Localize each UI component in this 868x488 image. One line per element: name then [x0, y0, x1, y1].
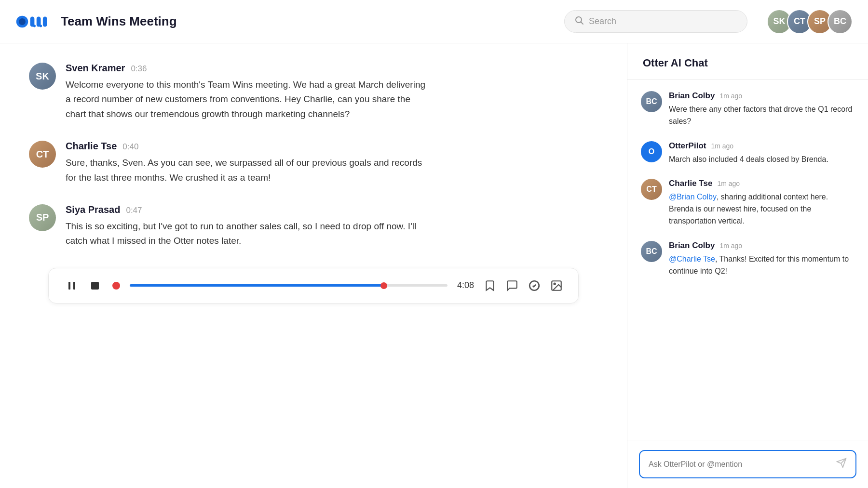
speaker-time: 0:40 [122, 142, 138, 152]
speaker-time: 0:47 [126, 206, 142, 215]
chat-content: Brian Colby 1m ago Were there any other … [669, 91, 854, 128]
transcript-text: Sure, thanks, Sven. As you can see, we s… [66, 156, 432, 185]
chat-time: 1m ago [719, 242, 742, 250]
chat-avatar: BC [641, 241, 662, 262]
chat-meta: Charlie Tse 1m ago [669, 179, 854, 188]
search-bar[interactable]: Search [564, 10, 747, 33]
speaker-content: Siya Prasad 0:47 This is so exciting, bu… [66, 204, 432, 249]
speaker-content: Charlie Tse 0:40 Sure, thanks, Sven. As … [66, 141, 432, 185]
search-placeholder: Search [589, 16, 616, 26]
speaker-avatar: SK [29, 63, 56, 90]
chat-avatar: O [641, 141, 662, 162]
ai-chat-header: Otter AI Chat [627, 43, 868, 79]
svg-point-6 [40, 25, 42, 27]
chat-time: 1m ago [719, 92, 742, 100]
chat-avatar: CT [641, 179, 662, 200]
svg-point-1 [19, 18, 26, 25]
speaker-content: Sven Kramer 0:36 Welcome everyone to thi… [66, 63, 432, 121]
transcript-text: This is so exciting, but I've got to run… [66, 219, 432, 249]
transcript-text: Welcome everyone to this month's Team Wi… [66, 78, 432, 121]
pause-button[interactable] [64, 278, 80, 293]
chat-text: March also included 4 deals closed by Br… [669, 154, 828, 166]
chat-name: Brian Colby [669, 91, 715, 101]
svg-rect-11 [91, 282, 99, 290]
svg-rect-4 [43, 16, 47, 26]
header: Team Wins Meeting Search SK CT SP BC [0, 0, 868, 43]
chat-input-area [627, 440, 868, 488]
chat-message: O OtterPilot 1m ago March also included … [641, 141, 854, 166]
record-indicator [112, 282, 120, 290]
player-actions [484, 279, 563, 292]
mention: @Brian Colby [669, 193, 717, 201]
ai-chat-title: Otter AI Chat [643, 57, 853, 69]
meeting-title: Team Wins Meeting [61, 14, 177, 29]
svg-line-8 [581, 22, 583, 25]
svg-rect-9 [68, 282, 70, 290]
chat-messages: BC Brian Colby 1m ago Were there any oth… [627, 79, 868, 440]
player-controls [64, 278, 103, 293]
chat-input[interactable] [649, 460, 831, 469]
transcript-container: SK Sven Kramer 0:36 Welcome everyone to … [29, 63, 598, 249]
chat-content: Charlie Tse 1m ago @Brian Colby, sharing… [669, 179, 854, 227]
comment-button[interactable] [506, 279, 518, 292]
speaker-avatar: CT [29, 141, 56, 168]
speaker-name: Siya Prasad [66, 204, 120, 215]
speaker-header: Siya Prasad 0:47 [66, 204, 432, 215]
chat-name: Brian Colby [669, 241, 715, 251]
chat-name: OtterPilot [669, 141, 706, 151]
chat-content: Brian Colby 1m ago @Charlie Tse, Thanks!… [669, 241, 854, 277]
transcript-entry: SP Siya Prasad 0:47 This is so exciting,… [29, 204, 598, 249]
speaker-name: Charlie Tse [66, 141, 117, 152]
chat-name: Charlie Tse [669, 179, 712, 188]
progress-thumb [380, 282, 387, 289]
chat-time: 1m ago [717, 180, 740, 187]
svg-point-5 [33, 25, 36, 27]
time-display: 4:08 [457, 280, 474, 290]
speaker-header: Sven Kramer 0:36 [66, 63, 432, 74]
player-bar: 4:08 [48, 268, 579, 303]
stop-button[interactable] [87, 278, 103, 293]
transcript-entry: SK Sven Kramer 0:36 Welcome everyone to … [29, 63, 598, 121]
search-icon [574, 15, 584, 27]
logo [15, 12, 49, 31]
progress-container[interactable] [130, 284, 448, 287]
chat-meta: Brian Colby 1m ago [669, 91, 854, 101]
chat-message: BC Brian Colby 1m ago @Charlie Tse, Than… [641, 241, 854, 277]
chat-content: OtterPilot 1m ago March also included 4 … [669, 141, 828, 166]
svg-rect-10 [73, 282, 75, 290]
main-content: SK Sven Kramer 0:36 Welcome everyone to … [0, 43, 868, 488]
chat-meta: Brian Colby 1m ago [669, 241, 854, 251]
progress-fill [130, 284, 384, 287]
send-button[interactable] [836, 458, 847, 471]
chat-time: 1m ago [711, 142, 733, 150]
chat-text: @Charlie Tse, Thanks! Excited for this m… [669, 253, 854, 277]
avatar[interactable]: BC [827, 9, 853, 34]
avatar-group: SK CT SP BC [767, 9, 853, 34]
mention: @Charlie Tse [669, 255, 715, 263]
progress-track[interactable] [130, 284, 448, 287]
check-button[interactable] [528, 279, 541, 292]
chat-text: Were there any other factors that drove … [669, 104, 854, 128]
speaker-header: Charlie Tse 0:40 [66, 141, 432, 152]
chat-message: CT Charlie Tse 1m ago @Brian Colby, shar… [641, 179, 854, 227]
chat-text: @Brian Colby, sharing additional context… [669, 191, 854, 227]
chat-meta: OtterPilot 1m ago [669, 141, 828, 151]
bookmark-button[interactable] [484, 279, 496, 292]
chat-avatar: BC [641, 91, 662, 112]
transcript-entry: CT Charlie Tse 0:40 Sure, thanks, Sven. … [29, 141, 598, 185]
ai-chat-panel: Otter AI Chat BC Brian Colby 1m ago Were… [627, 43, 868, 488]
chat-message: BC Brian Colby 1m ago Were there any oth… [641, 91, 854, 128]
transcript-panel: SK Sven Kramer 0:36 Welcome everyone to … [0, 43, 627, 488]
speaker-avatar: SP [29, 204, 56, 231]
speaker-time: 0:36 [131, 64, 147, 74]
chat-input-box[interactable] [639, 450, 856, 478]
svg-point-14 [554, 283, 556, 284]
image-button[interactable] [550, 279, 563, 292]
speaker-name: Sven Kramer [66, 63, 125, 74]
